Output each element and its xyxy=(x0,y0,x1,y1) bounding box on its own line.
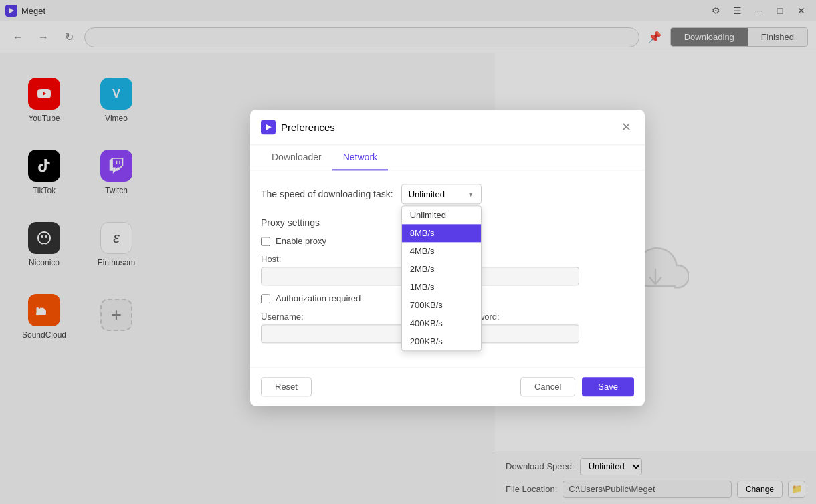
speed-dropdown-menu: Unlimited 8MB/s 4MB/s 2MB/s 1MB/s 700KB/… xyxy=(401,205,482,351)
speed-dropdown-button[interactable]: Unlimited ▼ xyxy=(401,184,482,204)
speed-option-700kb[interactable]: 700KB/s xyxy=(402,296,481,314)
speed-dropdown-wrapper: Unlimited ▼ Unlimited 8MB/s 4MB/s 2MB/s … xyxy=(401,184,482,204)
speed-option-200kb[interactable]: 200KB/s xyxy=(402,332,481,350)
enable-proxy-label: Enable proxy xyxy=(276,236,326,246)
save-button[interactable]: Save xyxy=(582,377,634,396)
modal-title: Preferences xyxy=(281,122,613,133)
modal-close-button[interactable]: ✕ xyxy=(618,119,634,135)
dropdown-arrow-icon: ▼ xyxy=(468,191,474,198)
speed-option-2mb[interactable]: 2MB/s xyxy=(402,260,481,278)
modal-body: The speed of downloading task: Unlimited… xyxy=(250,170,645,367)
auth-required-label: Authorization required xyxy=(276,293,361,303)
speed-option-8mb[interactable]: 8MB/s xyxy=(402,224,481,242)
speed-option-4mb[interactable]: 4MB/s xyxy=(402,242,481,260)
speed-option-1mb[interactable]: 1MB/s xyxy=(402,278,481,296)
speed-option-unlimited[interactable]: Unlimited xyxy=(402,206,481,224)
svg-marker-3 xyxy=(266,124,272,130)
speed-option-400kb[interactable]: 400KB/s xyxy=(402,314,481,332)
modal-footer: Reset Cancel Save xyxy=(250,367,645,406)
modal-tabs: Downloader Network xyxy=(250,145,645,170)
modal-logo xyxy=(261,120,276,134)
cancel-button[interactable]: Cancel xyxy=(520,377,575,396)
tab-downloader[interactable]: Downloader xyxy=(261,145,332,170)
reset-button[interactable]: Reset xyxy=(261,377,312,396)
footer-right-buttons: Cancel Save xyxy=(520,377,634,396)
auth-required-checkbox[interactable] xyxy=(261,294,270,303)
speed-row: The speed of downloading task: Unlimited… xyxy=(261,184,634,204)
preferences-modal: Preferences ✕ Downloader Network The spe… xyxy=(250,110,645,406)
modal-header: Preferences ✕ xyxy=(250,110,645,145)
enable-proxy-checkbox[interactable] xyxy=(261,237,270,246)
speed-selected-value: Unlimited xyxy=(409,189,445,199)
speed-label: The speed of downloading task: xyxy=(261,188,393,199)
tab-network[interactable]: Network xyxy=(332,145,388,170)
